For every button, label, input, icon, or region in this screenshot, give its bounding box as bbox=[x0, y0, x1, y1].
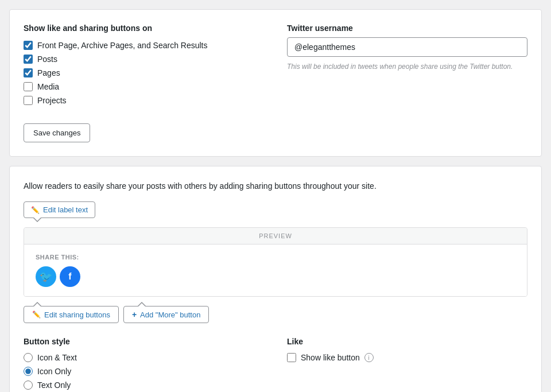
facebook-share-icon[interactable]: f bbox=[60, 266, 80, 287]
checkbox-pages[interactable]: Pages bbox=[24, 68, 264, 77]
twitter-col: Twitter username This will be included i… bbox=[287, 24, 527, 142]
radio-icon-text-label: Icon & Text bbox=[37, 353, 77, 362]
preview-bar: PREVIEW SHARE THIS: 🐦 f bbox=[24, 227, 527, 297]
radio-text-only-input[interactable] bbox=[24, 381, 33, 390]
add-more-button[interactable]: + Add "More" button bbox=[123, 306, 209, 323]
checkbox-group: Front Page, Archive Pages, and Search Re… bbox=[24, 41, 264, 105]
preview-content: SHARE THIS: 🐦 f bbox=[24, 244, 527, 296]
radio-text-only-label: Text Only bbox=[37, 381, 71, 390]
facebook-f-icon: f bbox=[68, 271, 71, 282]
edit-sharing-buttons-button[interactable]: ✏️ Edit sharing buttons bbox=[24, 306, 119, 323]
radio-icon-text[interactable]: Icon & Text bbox=[24, 353, 264, 362]
save-changes-button[interactable]: Save changes bbox=[24, 123, 90, 142]
show-like-row: Show like button i bbox=[287, 353, 527, 362]
radio-icon-only[interactable]: Icon Only bbox=[24, 367, 264, 376]
checkbox-posts-label: Posts bbox=[37, 55, 57, 64]
button-style-col: Button style Icon & Text Icon Only Text … bbox=[24, 337, 264, 392]
like-label: Like bbox=[287, 337, 527, 346]
checkbox-projects-label: Projects bbox=[37, 96, 67, 105]
share-icons: 🐦 f bbox=[36, 266, 515, 287]
twitter-label: Twitter username bbox=[287, 24, 527, 33]
preview-label: PREVIEW bbox=[24, 228, 527, 244]
pencil-icon: ✏️ bbox=[31, 206, 40, 214]
radio-icon-only-input[interactable] bbox=[24, 367, 33, 376]
button-style-label: Button style bbox=[24, 337, 264, 346]
radio-text-only[interactable]: Text Only bbox=[24, 381, 264, 390]
edit-label-text-button[interactable]: ✏️ Edit label text bbox=[24, 201, 95, 218]
bottom-options: Button style Icon & Text Icon Only Text … bbox=[24, 337, 527, 392]
card-sharing-buttons: Allow readers to easily share your posts… bbox=[9, 166, 542, 392]
twitter-share-icon[interactable]: 🐦 bbox=[36, 266, 56, 287]
twitter-bird-icon: 🐦 bbox=[40, 270, 52, 283]
pencil-icon-edit-sharing: ✏️ bbox=[32, 311, 41, 319]
checkbox-front-page[interactable]: Front Page, Archive Pages, and Search Re… bbox=[24, 41, 264, 50]
checkbox-front-page-label: Front Page, Archive Pages, and Search Re… bbox=[37, 41, 208, 50]
twitter-hint: This will be included in tweets when peo… bbox=[287, 61, 527, 72]
plus-icon: + bbox=[132, 310, 137, 319]
checkbox-projects[interactable]: Projects bbox=[24, 96, 264, 105]
checkbox-pages-input[interactable] bbox=[24, 68, 33, 77]
share-this-label: SHARE THIS: bbox=[36, 254, 515, 261]
info-icon[interactable]: i bbox=[364, 353, 374, 362]
show-buttons-col: Show like and sharing buttons on Front P… bbox=[24, 24, 264, 142]
show-like-checkbox[interactable] bbox=[287, 353, 296, 362]
action-buttons-row: ✏️ Edit sharing buttons + Add "More" but… bbox=[24, 306, 527, 323]
twitter-username-input[interactable] bbox=[287, 37, 527, 57]
radio-icon-only-label: Icon Only bbox=[37, 367, 71, 376]
checkbox-posts[interactable]: Posts bbox=[24, 55, 264, 64]
edit-label-text-label: Edit label text bbox=[43, 205, 88, 214]
show-like-label: Show like button bbox=[301, 353, 360, 362]
checkbox-media-label: Media bbox=[37, 82, 59, 91]
sharing-description: Allow readers to easily share your posts… bbox=[24, 180, 527, 192]
checkbox-pages-label: Pages bbox=[37, 68, 60, 77]
edit-sharing-label: Edit sharing buttons bbox=[44, 311, 110, 319]
checkbox-media-input[interactable] bbox=[24, 82, 33, 91]
radio-icon-text-input[interactable] bbox=[24, 353, 33, 362]
show-buttons-title: Show like and sharing buttons on bbox=[24, 24, 264, 33]
like-col: Like Show like button i bbox=[287, 337, 527, 392]
card-show-buttons: Show like and sharing buttons on Front P… bbox=[9, 9, 542, 157]
add-more-label: Add "More" button bbox=[140, 311, 200, 319]
checkbox-projects-input[interactable] bbox=[24, 96, 33, 105]
checkbox-media[interactable]: Media bbox=[24, 82, 264, 91]
checkbox-posts-input[interactable] bbox=[24, 55, 33, 64]
checkbox-front-page-input[interactable] bbox=[24, 41, 33, 50]
